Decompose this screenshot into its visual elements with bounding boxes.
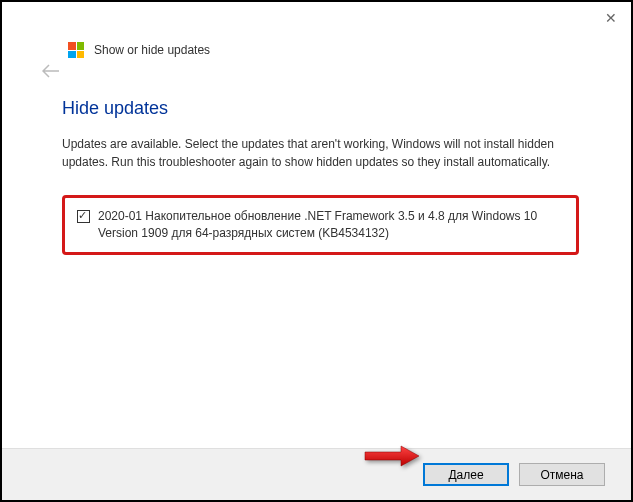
dialog-window: ✕ Show or hide updates Hide updates Upda… [2, 2, 631, 500]
windows-logo-icon [68, 42, 84, 58]
close-button[interactable]: ✕ [605, 12, 617, 24]
update-label: 2020-01 Накопительное обновление .NET Fr… [98, 208, 564, 242]
cancel-button[interactable]: Отмена [519, 463, 605, 486]
content-area: Hide updates Updates are available. Sele… [2, 58, 631, 255]
next-button[interactable]: Далее [423, 463, 509, 486]
updates-list: 2020-01 Накопительное обновление .NET Fr… [62, 195, 579, 255]
title-bar: ✕ [2, 2, 631, 34]
page-heading: Hide updates [62, 98, 579, 119]
header: Show or hide updates [2, 34, 631, 58]
back-arrow-icon [42, 62, 60, 83]
footer: Далее Отмена [2, 448, 631, 500]
update-item[interactable]: 2020-01 Накопительное обновление .NET Fr… [77, 208, 564, 242]
page-description: Updates are available. Select the update… [62, 135, 579, 171]
update-checkbox[interactable] [77, 210, 90, 223]
window-title: Show or hide updates [94, 43, 210, 57]
